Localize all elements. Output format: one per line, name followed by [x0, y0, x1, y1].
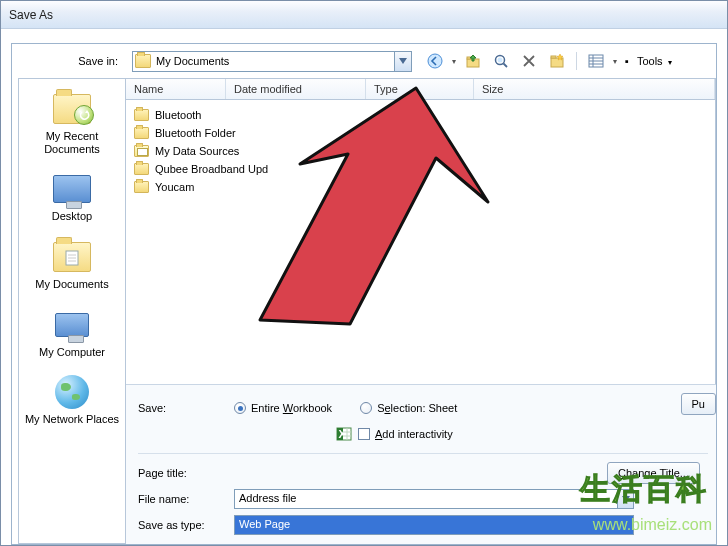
save-as-dialog: Save As Save in: My Documents ▾ [0, 0, 728, 546]
place-label: Desktop [52, 210, 92, 223]
svg-point-0 [428, 54, 442, 68]
place-label: My Recent Documents [21, 130, 123, 155]
inner-panel: Save in: My Documents ▾ [11, 43, 717, 545]
svg-rect-7 [551, 56, 556, 58]
checkbox-add-interactivity[interactable]: Add interactivity [358, 428, 453, 440]
file-name: Qubee Broadband Upd [155, 163, 268, 175]
views-button[interactable] [585, 50, 607, 72]
checkbox-icon [358, 428, 370, 440]
toolbar-buttons: ▾ ▾ [424, 50, 672, 72]
publish-button[interactable]: Pu [681, 393, 716, 415]
network-icon [55, 375, 89, 409]
folder-icon [135, 54, 151, 68]
list-item[interactable]: Qubee Broadband Upd [130, 160, 711, 178]
folder-icon [134, 109, 149, 121]
list-header: Name Date modified Type Size [126, 78, 716, 100]
computer-icon [55, 313, 89, 337]
save-as-type-combobox[interactable]: Web Page [234, 515, 634, 535]
bottom-panel: Save: Entire Workbook Selection: Sheet P… [126, 384, 716, 544]
desktop-icon [53, 175, 91, 203]
file-name: Youcam [155, 181, 194, 193]
place-label: My Documents [35, 278, 108, 291]
save-in-value: My Documents [156, 55, 229, 67]
save-options-row: Save: Entire Workbook Selection: Sheet P… [138, 395, 708, 421]
new-folder-button[interactable] [546, 50, 568, 72]
list-item[interactable]: Youcam [130, 178, 711, 196]
excel-icon: X [336, 426, 352, 442]
svg-text:X: X [339, 428, 347, 440]
back-button[interactable] [424, 50, 446, 72]
col-type[interactable]: Type [366, 79, 474, 99]
file-area: Name Date modified Type Size Bluetooth B… [126, 78, 716, 544]
chevron-down-icon[interactable] [617, 490, 633, 508]
place-my-computer[interactable]: My Computer [19, 301, 125, 367]
data-sources-icon [134, 145, 149, 157]
radio-label: Selection: Sheet [377, 402, 457, 414]
location-row: Save in: My Documents ▾ [12, 44, 716, 74]
recent-folder-icon [53, 94, 91, 124]
place-my-network-places[interactable]: My Network Places [19, 368, 125, 434]
radio-icon [360, 402, 372, 414]
page-title-row: Page title: Change Title... [138, 460, 708, 486]
place-my-documents[interactable]: My Documents [19, 233, 125, 299]
save-as-type-row: Save as type: Web Page [138, 512, 708, 538]
place-label: My Network Places [25, 413, 119, 426]
interactivity-row: X Add interactivity [138, 421, 708, 447]
list-item[interactable]: Bluetooth [130, 106, 711, 124]
svg-point-5 [498, 58, 503, 63]
save-as-type-label: Save as type: [138, 519, 234, 531]
list-item[interactable]: Bluetooth Folder [130, 124, 711, 142]
radio-label: Entire Workbook [251, 402, 332, 414]
up-one-level-button[interactable] [462, 50, 484, 72]
list-item[interactable]: My Data Sources [130, 142, 711, 160]
file-name: Bluetooth [155, 109, 201, 121]
col-name[interactable]: Name [126, 79, 226, 99]
tools-bullet: ▪ [625, 55, 629, 67]
file-name-label: File name: [138, 493, 234, 505]
toolbar-separator [576, 52, 577, 70]
file-name-row: File name: Address file [138, 486, 708, 512]
folder-icon [134, 127, 149, 139]
window-title: Save As [9, 8, 53, 22]
place-label: My Computer [39, 346, 105, 359]
col-size[interactable]: Size [474, 79, 715, 99]
tools-menu-button[interactable]: Tools ▾ [637, 55, 672, 67]
save-in-combobox[interactable]: My Documents [132, 51, 412, 72]
checkbox-label: Add interactivity [375, 428, 453, 440]
file-list[interactable]: Bluetooth Bluetooth Folder My Data Sourc… [126, 100, 716, 384]
file-name: Bluetooth Folder [155, 127, 236, 139]
save-in-label: Save in: [18, 55, 126, 67]
change-title-button[interactable]: Change Title... [607, 462, 700, 484]
svg-line-4 [504, 64, 508, 68]
radio-selection-sheet[interactable]: Selection: Sheet [360, 402, 457, 414]
delete-button[interactable] [518, 50, 540, 72]
radio-icon [234, 402, 246, 414]
folder-icon [53, 242, 91, 272]
folder-icon [134, 181, 149, 193]
places-bar: My Recent Documents Desktop My Documents… [18, 78, 126, 544]
dialog-content: Save in: My Documents ▾ [1, 29, 727, 545]
save-label: Save: [138, 402, 234, 414]
col-date[interactable]: Date modified [226, 79, 366, 99]
place-desktop[interactable]: Desktop [19, 165, 125, 231]
body-row: My Recent Documents Desktop My Documents… [18, 78, 716, 544]
chevron-down-icon[interactable] [394, 52, 411, 71]
titlebar[interactable]: Save As [1, 1, 727, 29]
place-my-recent-documents[interactable]: My Recent Documents [19, 85, 125, 163]
file-name-input[interactable]: Address file [234, 489, 634, 509]
page-title-label: Page title: [138, 467, 234, 479]
folder-icon [134, 163, 149, 175]
search-web-button[interactable] [490, 50, 512, 72]
file-name: My Data Sources [155, 145, 239, 157]
radio-entire-workbook[interactable]: Entire Workbook [234, 402, 332, 414]
